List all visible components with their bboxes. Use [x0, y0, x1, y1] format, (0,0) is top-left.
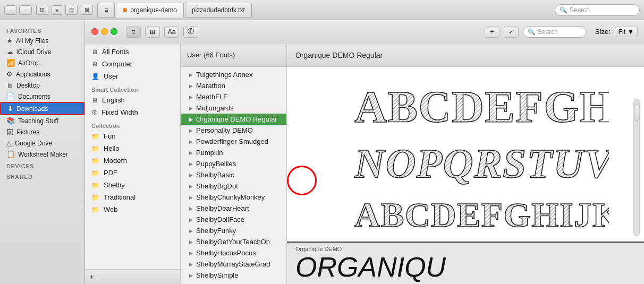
collection-hello[interactable]: 📁 Hello	[85, 142, 180, 154]
collection-icon: 📁	[91, 133, 99, 140]
preview-size-slider[interactable]	[633, 99, 640, 236]
font-item-shelbybasic[interactable]: ▶ ShelbyBasic	[181, 169, 286, 180]
sidebar-item-google-drive[interactable]: △ Google Drive	[0, 137, 84, 149]
collection-shelby[interactable]: 📁 Shelby	[85, 179, 180, 191]
collection-user[interactable]: 👤 User	[85, 70, 180, 82]
font-item-shelbychunky[interactable]: ▶ ShelbyChunkyMonkey	[181, 192, 286, 203]
svg-rect-3	[350, 75, 581, 131]
preview-line-1-svg: ABCDEFGHIJKLM ABCDEFGHIJKLM	[322, 75, 609, 131]
font-book-search[interactable]: 🔍 Search	[523, 26, 587, 38]
collection-modern[interactable]: 📁 Modern	[85, 154, 180, 167]
tab-organique-demo[interactable]: organique-demo	[116, 3, 183, 18]
sidebar-item-label: Teaching Stuff	[18, 117, 58, 125]
arrow-icon: ▶	[189, 273, 193, 278]
add-collection-button[interactable]: +	[89, 273, 99, 281]
cover-view-button[interactable]: ⊠	[81, 5, 93, 15]
font-item-shelbymurray[interactable]: ▶ ShelbyMurrayStateGrad	[181, 259, 286, 270]
font-item-personality[interactable]: ▶ Personality DEMO	[181, 125, 286, 136]
grid-view-btn[interactable]: ⊞	[145, 26, 160, 38]
font-item-powderfinger[interactable]: ▶ Powderfinger Smudged	[181, 136, 286, 147]
svg-rect-11	[350, 191, 581, 233]
sidebar-item-all-files[interactable]: ★ All My Files	[0, 35, 84, 46]
add-icon: +	[490, 28, 494, 36]
columns-view-button[interactable]: ⊟	[65, 5, 78, 15]
sidebar-item-label: Worksheet Maker	[18, 151, 68, 158]
smart-collection-english[interactable]: 🖥 English	[85, 94, 180, 106]
font-item-midjungards[interactable]: ▶ Midjungards	[181, 102, 286, 114]
collection-icon: 📁	[91, 169, 99, 177]
smart-col-icon: 🖥	[91, 97, 98, 104]
sidebar-item-label: iCloud Drive	[16, 48, 51, 56]
tab-address-book[interactable]: ≡	[97, 3, 115, 18]
font-item-shelbybigdot[interactable]: ▶ ShelbyBigDot	[181, 180, 286, 192]
search-icon: 🔍	[560, 6, 567, 14]
sidebar-item-worksheet[interactable]: 📋 Worksheet Maker	[0, 149, 84, 160]
collection-all-fonts[interactable]: 🖥 All Fonts	[85, 46, 180, 58]
sidebar-item-pictures[interactable]: 🖼 Pictures	[0, 126, 84, 137]
sidebar-item-icloud[interactable]: ☁ iCloud Drive	[0, 46, 84, 57]
search-placeholder-text: Search	[538, 28, 558, 36]
slider-thumb[interactable]	[634, 105, 639, 121]
tab-pizza[interactable]: pizzadudedotdk.txt	[185, 3, 252, 18]
sidebar-item-desktop[interactable]: 🖥 Desktop	[0, 80, 84, 91]
view-toolbar: ⊞ ≡ ⊟ ⊠	[36, 5, 93, 15]
font-item-shelbydollface[interactable]: ▶ ShelbyDollFace	[181, 214, 286, 225]
tab-bar: ≡ organique-demo pizzadudedotdk.txt	[97, 3, 550, 18]
collection-computer[interactable]: 🖥 Computer	[85, 58, 180, 70]
collection-traditional[interactable]: 📁 Traditional	[85, 191, 180, 203]
all-files-icon: ★	[6, 37, 13, 45]
preview-btn[interactable]: Aa	[164, 26, 179, 38]
preview-header: Organique DEMO Regular	[287, 44, 644, 67]
font-item-meathflf[interactable]: ▶ MeathFLF	[181, 91, 286, 102]
collection-fun[interactable]: 📁 Fun	[85, 130, 180, 142]
smart-collection-fixed-width[interactable]: ⚙ Fixed Width	[85, 106, 180, 118]
back-button[interactable]: ‹	[4, 5, 17, 15]
collection-icon: 📁	[91, 157, 99, 165]
size-label: Size:	[595, 28, 611, 36]
font-item-organique[interactable]: ▶ Organique DEMO Regular	[181, 114, 286, 125]
check-btn[interactable]: ✓	[504, 26, 519, 38]
sidebar-item-airdrop[interactable]: 📶 AirDrop	[0, 57, 84, 68]
size-dropdown[interactable]: Fit ▼	[615, 27, 638, 37]
forward-button[interactable]: ›	[19, 5, 32, 15]
grid-view-button[interactable]: ⊞	[36, 5, 48, 15]
arrow-icon: ▶	[189, 195, 193, 200]
bottom-preview-bar: Organique DEMO ORGANIQU	[287, 242, 644, 284]
font-item-shelbydearheart[interactable]: ▶ ShelbyDearHeart	[181, 203, 286, 214]
sidebar-item-downloads[interactable]: ⬇ Downloads	[0, 102, 84, 115]
info-btn[interactable]: ⓘ	[183, 26, 198, 38]
list-view-button[interactable]: ≡	[52, 5, 62, 15]
arrow-icon: ▶	[189, 94, 193, 100]
font-item-shelbygetyour[interactable]: ▶ ShelbyGetYourTeachOn	[181, 236, 286, 247]
font-item-marathon[interactable]: ▶ Marathon	[181, 80, 286, 91]
collection-pdf[interactable]: 📁 PDF	[85, 167, 180, 179]
arrow-icon: ▶	[189, 173, 193, 178]
preview-line-2-svg: NOPQRSTUVWXYZ NOPQRSTUVWXYZ	[322, 135, 609, 186]
font-item-shelbyfunky[interactable]: ▶ ShelbyFunky	[181, 225, 286, 236]
font-item-shelbysimple[interactable]: ▶ ShelbySimple	[181, 270, 286, 281]
grid-icon: ⊞	[150, 28, 155, 36]
finder-search-bar[interactable]: 🔍 Search	[555, 4, 640, 16]
svg-rect-7	[350, 135, 581, 186]
size-value: Fit	[618, 28, 625, 36]
minimize-button[interactable]	[101, 28, 108, 35]
close-button[interactable]	[91, 28, 98, 35]
font-name: ShelbyGetYourTeachOn	[196, 238, 270, 246]
arrow-icon: ▶	[189, 228, 193, 234]
sidebar-item-documents[interactable]: 📄 Documents	[0, 91, 84, 102]
preview-content: ABCDEFGHIJKLM ABCDEFGHIJKLM	[287, 67, 644, 242]
maximize-button[interactable]	[111, 28, 117, 35]
font-item-puppybellies[interactable]: ▶ PuppyBellies	[181, 158, 286, 169]
collections-column: 🖥 All Fonts 🖥 Computer 👤 User Smart Coll…	[85, 44, 181, 284]
list-view-btn[interactable]: ≡	[126, 26, 141, 38]
font-item-shelbystreaking[interactable]: ▶ ShelbyStreakinStang	[181, 281, 286, 284]
font-item-tulgethings[interactable]: ▶ Tulgethings Annex	[181, 69, 286, 80]
font-item-pumpkin[interactable]: ▶ Pumpkin	[181, 147, 286, 158]
collection-icon: 📁	[91, 145, 99, 152]
user-icon: 👤	[91, 73, 99, 80]
sidebar-item-teaching[interactable]: 📚 Teaching Stuff	[0, 115, 84, 126]
font-item-shelbyhocus[interactable]: ▶ ShelbyHocusPocus	[181, 247, 286, 259]
collection-web[interactable]: 📁 Web	[85, 203, 180, 216]
add-font-btn[interactable]: +	[485, 26, 499, 38]
sidebar-item-applications[interactable]: ⚙ Applications	[0, 68, 84, 80]
